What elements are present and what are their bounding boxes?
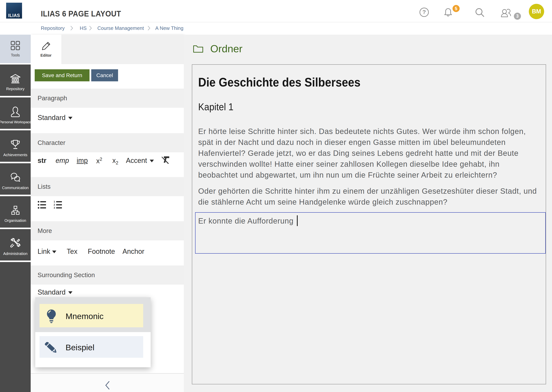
svg-text:1: 1 [54,201,55,203]
svg-text:2: 2 [54,203,55,206]
svg-text:?: ? [422,9,426,15]
svg-text:3: 3 [54,206,55,209]
